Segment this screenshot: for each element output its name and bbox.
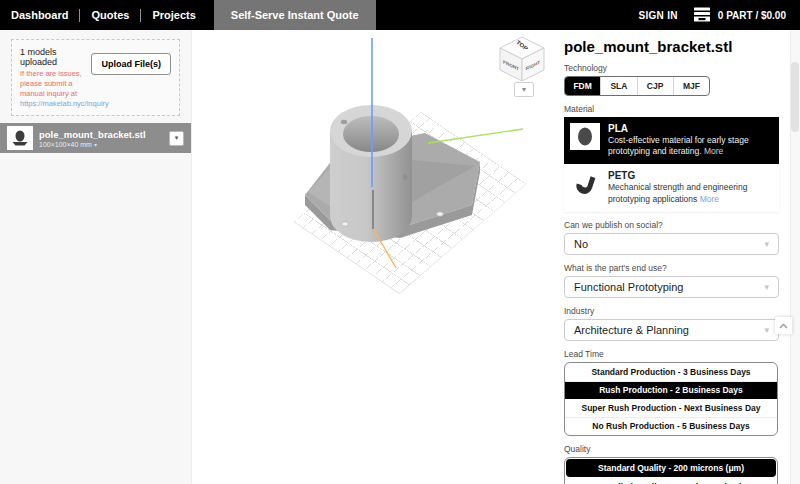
lead-time-option-no-rush[interactable]: No Rush Production - 5 Business Days [565,417,777,435]
model-dimensions: 100×100×40 mm ▾ [39,141,146,148]
pla-material-icon [570,123,600,150]
chevron-down-icon: ▾ [764,325,769,335]
model-options-button[interactable]: ▾ [169,131,184,146]
view-options-button[interactable]: ▾ [514,82,534,97]
upload-status: 1 models uploaded [20,47,85,67]
model-thumbnail [7,126,33,150]
sign-in-button[interactable]: SIGN IN [638,10,677,21]
cart-summary: 0 PART / $0.00 [718,10,786,21]
upload-dropzone[interactable]: 1 models uploaded If there are issues, p… [11,39,180,116]
material-more-link[interactable]: More [700,194,719,204]
material-name: PETG [608,170,773,181]
material-texts: PLA Cost-effective material for early st… [608,123,773,157]
chevron-down-icon: ▾ [764,282,769,292]
3d-viewport[interactable]: TOP FRONT RIGHT ▾ [192,30,553,484]
upload-files-button[interactable]: Upload File(s) [91,53,171,75]
quality-label: Quality [564,444,779,454]
select-value: No [574,238,588,250]
material-name: PLA [608,123,773,134]
model-thumbnail-icon [10,129,30,147]
material-option-petg[interactable]: PETG Mechanical strength and engineering… [564,164,779,211]
social-publish-select[interactable]: No ▾ [564,233,779,255]
nav-item-projects[interactable]: Projects [141,9,206,21]
chevron-down-icon: ▾ [764,239,769,249]
quality-option-detailed[interactable]: Detailed Quality - 100 microns (μm) [565,478,777,484]
base-hole-right [437,212,444,217]
technology-label: Technology [564,63,779,73]
select-value: Functional Prototyping [574,281,683,293]
quality-option-standard[interactable]: Standard Quality - 200 microns (μm) [566,459,776,477]
nav-right-group: SIGN IN 0 PART / $0.00 [638,7,800,24]
model-list-item[interactable]: pole_mount_bracket.stl 100×100×40 mm ▾ ▾ [0,123,191,153]
material-option-pla[interactable]: PLA Cost-effective material for early st… [564,117,779,164]
technology-segmented-control: FDM SLA CJP MJF [564,76,710,96]
lead-time-option-rush[interactable]: Rush Production - 2 Business Days [565,381,777,399]
material-label: Material [564,104,779,114]
model-render [192,30,553,484]
scroll-up-button[interactable] [775,317,792,334]
technology-option-mjf[interactable]: MJF [673,77,709,95]
technology-option-fdm[interactable]: FDM [565,77,600,95]
cylinder-bore [343,116,399,152]
chevron-up-icon [779,323,788,329]
material-list: PLA Cost-effective material for early st… [564,117,779,212]
nav-item-quotes[interactable]: Quotes [80,9,140,21]
side-hole [403,174,407,180]
base-hole-left [342,222,349,227]
nav-item-dashboard[interactable]: Dashboard [0,9,79,21]
technology-option-sla[interactable]: SLA [600,77,636,95]
view-cube[interactable]: TOP FRONT RIGHT [498,35,546,83]
material-description: Mechanical strength and engineering prot… [608,182,773,204]
x-axis [428,129,523,143]
lead-time-list: Standard Production - 3 Business Days Ru… [564,362,778,436]
material-more-link[interactable]: More [704,146,723,156]
technology-option-cjp[interactable]: CJP [637,77,673,95]
lead-time-option-standard[interactable]: Standard Production - 3 Business Days [565,363,777,381]
panel-scrollbar[interactable] [790,30,800,484]
lead-time-option-super-rush[interactable]: Super Rush Production - Next Business Da… [565,399,777,417]
material-texts: PETG Mechanical strength and engineering… [608,170,773,204]
cart-icon [693,7,711,24]
quote-config-panel: pole_mount_bracket.stl Technology FDM SL… [553,30,790,484]
upload-texts: 1 models uploaded If there are issues, p… [20,47,85,108]
end-use-select[interactable]: Functional Prototyping ▾ [564,276,779,298]
quality-list: Standard Quality - 200 microns (μm) Deta… [564,457,778,484]
select-value: Architecture & Planning [574,324,689,336]
models-sidebar: 1 models uploaded If there are issues, p… [0,30,192,484]
material-description: Cost-effective material for early stage … [608,135,773,157]
manual-inquiry-link[interactable]: https://makelab.nyc/inquiry [20,99,85,108]
manual-inquiry-note: If there are issues, please submit a man… [20,69,85,99]
part-title: pole_mount_bracket.stl [564,38,779,55]
scrollbar-thumb[interactable] [791,62,799,132]
units-caret-icon[interactable]: ▾ [94,142,97,148]
end-use-label: What is the part's end use? [564,263,779,273]
model-texts: pole_mount_bracket.stl 100×100×40 mm ▾ [39,129,146,148]
industry-select[interactable]: Architecture & Planning ▾ [564,319,779,341]
nav-tab-self-serve-instant-quote[interactable]: Self-Serve Instant Quote [214,0,376,30]
lead-time-label: Lead Time [564,349,779,359]
industry-label: Industry [564,306,779,316]
cart-button[interactable]: 0 PART / $0.00 [693,7,786,24]
top-navbar: Dashboard Quotes Projects Self-Serve Ins… [0,0,800,30]
model-filename: pole_mount_bracket.stl [39,129,146,141]
petg-material-icon [570,170,600,197]
units-label: mm [80,141,92,148]
social-publish-label: Can we publish on social? [564,220,779,230]
rim-hole [341,120,347,124]
